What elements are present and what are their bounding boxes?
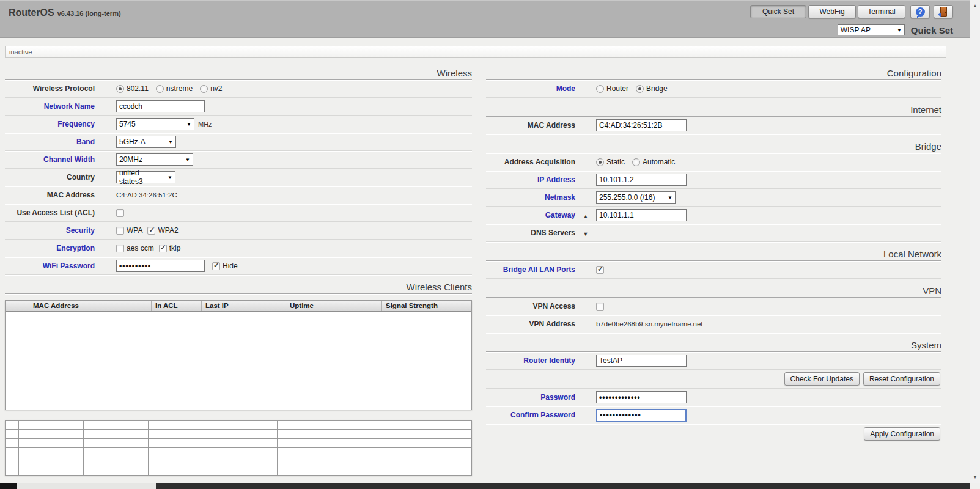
encryption-tkip-label: tkip — [169, 244, 181, 252]
section-heading-configuration: Configuration — [486, 65, 941, 80]
password-label: Password — [486, 393, 575, 402]
channel-width-value: 20MHz — [119, 155, 142, 164]
wireless-mac-label: MAC Address — [5, 191, 95, 199]
chevron-down-icon: ▼ — [897, 28, 902, 33]
radio-acquisition-automatic[interactable] — [632, 158, 640, 166]
radio-mode-router[interactable] — [596, 85, 604, 93]
radio-protocol-nstreme[interactable] — [156, 85, 164, 93]
ip-address-input[interactable] — [596, 174, 687, 186]
scroll-up-arrow-icon[interactable]: ▲ — [970, 3, 980, 9]
status-bar: inactive — [5, 46, 946, 58]
row-address-acquisition: Address Acquisition Static Automatic — [486, 153, 941, 171]
radio-protocol-80211[interactable] — [116, 85, 124, 93]
wifi-password-hide-label: Hide — [223, 262, 238, 270]
check-for-updates-button[interactable]: Check For Updates — [784, 372, 860, 386]
wifi-password-hide-checkbox[interactable] — [212, 262, 220, 270]
bridge-all-lan-label: Bridge All LAN Ports — [486, 265, 575, 274]
row-wireless-protocol: Wireless Protocol 802.11 nstreme nv2 — [5, 80, 472, 98]
row-apply: Apply Configuration — [486, 424, 941, 444]
gateway-collapse-arrow-icon[interactable]: ▲ — [583, 213, 589, 219]
row-security: Security WPA WPA2 — [5, 222, 472, 240]
security-wpa-checkbox[interactable] — [116, 227, 124, 235]
row-bridge-all-lan: Bridge All LAN Ports — [486, 261, 941, 279]
col-mac-address: MAC Address — [29, 301, 152, 311]
vpn-access-checkbox[interactable] — [596, 303, 604, 311]
page-title: Quick Set — [911, 25, 953, 35]
tab-webfig[interactable]: WebFig — [808, 5, 856, 18]
vpn-address-value: b7de0be268b9.sn.mynetname.net — [596, 320, 703, 328]
brand-version: v6.43.16 (long-term) — [57, 10, 121, 17]
channel-width-select[interactable]: 20MHz ▼ — [116, 153, 193, 166]
empty-grid-table — [5, 420, 472, 476]
wireless-protocol-label: Wireless Protocol — [5, 84, 95, 93]
radio-acquisition-static[interactable] — [596, 158, 604, 166]
encryption-aes-checkbox[interactable] — [116, 244, 124, 252]
encryption-tkip-checkbox[interactable] — [159, 244, 167, 252]
address-acquisition-label: Address Acquisition — [486, 158, 575, 166]
chevron-down-icon: ▼ — [668, 195, 672, 200]
country-select[interactable]: united states3 ▼ — [116, 171, 175, 183]
vpn-address-label: VPN Address — [486, 320, 575, 328]
quickset-mode-select[interactable]: WISP AP ▼ — [838, 24, 905, 35]
quickset-mode-value: WISP AP — [841, 26, 871, 34]
row-internet-mac: MAC Address — [486, 117, 941, 134]
bridge-all-lan-checkbox[interactable] — [596, 266, 604, 274]
tab-quick-set[interactable]: Quick Set — [750, 5, 806, 18]
row-use-acl: Use Access List (ACL) — [5, 204, 472, 222]
horizontal-scroll-thumb[interactable] — [17, 483, 156, 489]
routeros-quickset-page: RouterOSv6.43.16 (long-term) Quick Set W… — [0, 0, 980, 489]
encryption-aes-label: aes ccm — [127, 244, 154, 252]
col-blank-2 — [353, 301, 382, 311]
logout-button[interactable] — [934, 5, 953, 18]
radio-acquisition-static-label: Static — [606, 158, 625, 166]
row-vpn-access: VPN Access — [486, 298, 941, 315]
table-row — [6, 457, 472, 466]
section-heading-system: System — [486, 337, 941, 352]
radio-protocol-nstreme-label: nstreme — [166, 84, 193, 93]
row-netmask: Netmask 255.255.0.0 (/16) ▼ — [486, 189, 941, 207]
wifi-password-input[interactable] — [116, 260, 205, 272]
band-value: 5GHz-A — [119, 138, 146, 146]
table-row — [6, 439, 472, 448]
encryption-label: Encryption — [5, 244, 95, 252]
row-channel-width: Channel Width 20MHz ▼ — [5, 151, 472, 169]
row-vpn-address: VPN Address b7de0be268b9.sn.mynetname.ne… — [486, 315, 941, 333]
row-network-name: Network Name — [5, 98, 472, 116]
network-name-input[interactable] — [116, 100, 205, 112]
section-heading-bridge: Bridge — [486, 139, 941, 153]
frequency-select[interactable]: 5745 ▼ — [116, 118, 194, 130]
frequency-unit: MHz — [198, 120, 212, 128]
confirm-password-input[interactable] — [596, 409, 687, 422]
tab-terminal[interactable]: Terminal — [858, 5, 905, 18]
configuration-panel: Configuration Mode Router Bridge Interne… — [486, 61, 941, 444]
internet-mac-input[interactable] — [596, 119, 687, 131]
use-acl-checkbox[interactable] — [116, 209, 124, 217]
scroll-down-arrow-icon[interactable]: ▼ — [970, 474, 980, 480]
radio-mode-bridge[interactable] — [636, 85, 644, 93]
col-last-ip: Last IP — [202, 301, 286, 311]
row-confirm-password: Confirm Password — [486, 406, 941, 424]
password-input[interactable] — [596, 391, 687, 403]
router-identity-input[interactable] — [596, 355, 687, 367]
wireless-clients-table-header: MAC Address In ACL Last IP Uptime Signal… — [6, 301, 471, 312]
chevron-down-icon: ▼ — [168, 175, 172, 180]
table-row — [6, 421, 472, 430]
row-router-identity: Router Identity — [486, 352, 941, 370]
apply-configuration-button[interactable]: Apply Configuration — [864, 427, 940, 441]
vertical-scrollbar[interactable]: ▲ ▼ — [970, 0, 980, 483]
radio-protocol-nv2[interactable] — [200, 85, 208, 93]
horizontal-scrollbar[interactable] — [0, 483, 970, 489]
gateway-input[interactable] — [596, 209, 687, 221]
dns-servers-expand-arrow-icon[interactable]: ▼ — [583, 231, 589, 237]
radio-mode-router-label: Router — [606, 84, 628, 93]
netmask-select[interactable]: 255.255.0.0 (/16) ▼ — [596, 191, 676, 204]
band-select[interactable]: 5GHz-A ▼ — [116, 136, 176, 148]
reset-configuration-button[interactable]: Reset Configuration — [863, 372, 940, 386]
security-wpa2-checkbox[interactable] — [147, 227, 155, 235]
help-button[interactable]: ? — [910, 5, 930, 18]
internet-mac-label: MAC Address — [486, 121, 575, 130]
row-country: Country united states3 ▼ — [5, 169, 472, 186]
dns-servers-label: DNS Servers — [486, 229, 575, 237]
channel-width-label: Channel Width — [5, 155, 95, 164]
col-blank-1 — [6, 301, 29, 311]
